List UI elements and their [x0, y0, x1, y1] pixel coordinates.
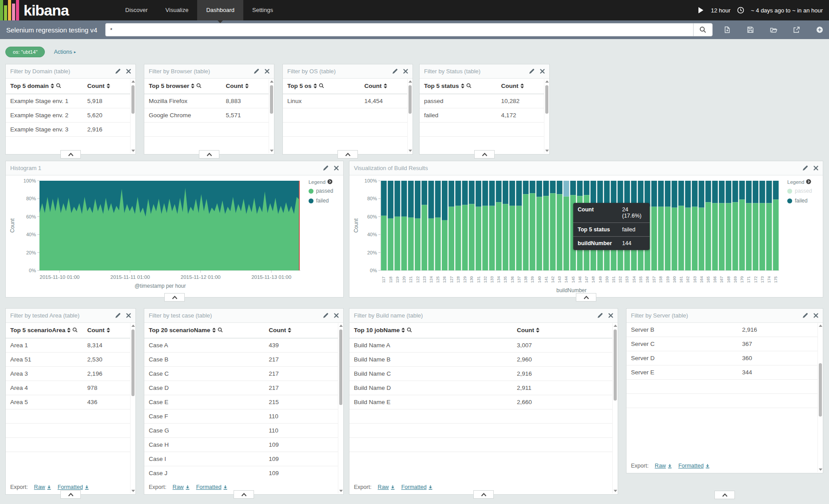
close-panel-icon[interactable]	[813, 166, 818, 171]
count-cell[interactable]: 217	[264, 381, 338, 395]
table-row[interactable]: Area 5436	[6, 395, 130, 409]
label-cell[interactable]: Area 5	[6, 395, 83, 409]
label-cell[interactable]: Example Stage env. 1	[6, 94, 83, 108]
label-cell[interactable]: Example Stage env. 3	[6, 123, 83, 137]
table-row[interactable]: Area 4978	[6, 381, 130, 395]
label-cell[interactable]: Build Name D	[349, 381, 512, 395]
column-header-term[interactable]: Top 20 scenarioName	[144, 323, 264, 338]
label-cell[interactable]: passed	[420, 94, 497, 108]
count-cell[interactable]: 436	[83, 395, 130, 409]
column-header-count[interactable]: Count	[360, 79, 407, 94]
collapse-chevron-button[interactable]	[473, 490, 494, 499]
count-cell[interactable]: 217	[264, 367, 338, 381]
tab-settings[interactable]: Settings	[243, 0, 282, 20]
edit-panel-icon[interactable]	[529, 68, 535, 74]
count-cell[interactable]: 360	[738, 351, 817, 365]
label-cell[interactable]: Area 1	[6, 338, 83, 353]
legend-item-passed[interactable]: passed	[787, 188, 821, 194]
column-header-term[interactable]: Top 5 browser	[144, 79, 222, 94]
scrollbar[interactable]	[544, 79, 549, 153]
count-cell[interactable]: 109	[264, 452, 338, 466]
new-dashboard-button[interactable]	[722, 25, 732, 35]
column-header-term[interactable]: Top 5 domain	[6, 79, 83, 94]
label-cell[interactable]: Case J	[144, 466, 264, 480]
count-cell[interactable]: 439	[264, 338, 338, 353]
sort-icon[interactable]	[288, 327, 291, 334]
table-row[interactable]: Server C367	[627, 337, 817, 351]
table-row[interactable]: Case C217	[144, 367, 338, 381]
edit-panel-icon[interactable]	[597, 313, 603, 318]
column-search-icon[interactable]	[466, 83, 472, 90]
label-cell[interactable]: Server C	[627, 337, 738, 351]
close-panel-icon[interactable]	[126, 69, 131, 74]
scrollbar[interactable]	[338, 323, 343, 493]
table-row[interactable]: Build Name D2,911	[349, 381, 612, 395]
count-cell[interactable]: 978	[83, 381, 130, 395]
column-header-term[interactable]: Top 5 scenarioArea	[6, 323, 83, 338]
table-row[interactable]: Build Name E2,660	[349, 395, 612, 409]
edit-panel-icon[interactable]	[254, 68, 259, 74]
collapse-chevron-button[interactable]	[199, 150, 219, 159]
count-cell[interactable]: 2,916	[83, 123, 130, 137]
table-row[interactable]: Area 18,314	[6, 338, 130, 353]
label-cell[interactable]: failed	[420, 108, 497, 123]
export-formatted-link[interactable]: Formatted	[196, 484, 228, 490]
kibana-logo[interactable]: kibana	[0, 0, 116, 20]
table-row[interactable]: Example Stage env. 25,620	[6, 108, 130, 123]
label-cell[interactable]: Area 4	[6, 381, 83, 395]
label-cell[interactable]: Case B	[144, 353, 264, 367]
label-cell[interactable]: Mozilla Firefox	[144, 94, 222, 108]
close-panel-icon[interactable]	[334, 313, 339, 318]
close-panel-icon[interactable]	[403, 69, 408, 74]
count-cell[interactable]: 8,883	[222, 94, 269, 108]
add-panel-button[interactable]	[815, 25, 825, 35]
count-cell[interactable]: 2,530	[83, 353, 130, 367]
sort-icon[interactable]	[245, 83, 249, 90]
count-cell[interactable]: 10,282	[497, 94, 544, 108]
table-row[interactable]: Build Name C2,916	[349, 367, 612, 381]
edit-panel-icon[interactable]	[323, 313, 329, 318]
scrollbar[interactable]	[130, 79, 135, 153]
column-header-count[interactable]: Count	[83, 323, 130, 338]
collapse-chevron-button[interactable]	[60, 150, 81, 159]
label-cell[interactable]: Build Name A	[349, 338, 512, 353]
table-row[interactable]: Case F110	[144, 409, 338, 424]
column-search-icon[interactable]	[218, 327, 223, 334]
export-raw-link[interactable]: Raw	[173, 484, 190, 490]
export-raw-link[interactable]: Raw	[34, 484, 52, 490]
bar-chart-plot[interactable]: 0%20%40%60%80%100%1171181191201211221231…	[360, 178, 783, 286]
table-row[interactable]: Case D217	[144, 381, 338, 395]
query-input[interactable]	[105, 23, 693, 36]
collapse-chevron-button[interactable]	[234, 490, 254, 499]
count-cell[interactable]: 2,916	[512, 367, 612, 381]
column-header-count[interactable]: Count	[83, 79, 130, 94]
count-cell[interactable]: 215	[264, 395, 338, 409]
label-cell[interactable]: Example Stage env. 2	[6, 108, 83, 123]
column-header-count[interactable]: Count	[264, 323, 338, 338]
sort-icon[interactable]	[107, 83, 110, 90]
sort-icon[interactable]	[313, 83, 317, 90]
table-row[interactable]: Case E215	[144, 395, 338, 409]
collapse-chevron-button[interactable]	[164, 293, 185, 302]
label-cell[interactable]: Server D	[627, 351, 738, 365]
edit-panel-icon[interactable]	[323, 165, 329, 171]
clock-icon[interactable]	[736, 5, 746, 15]
table-row[interactable]: failed4,172	[420, 108, 544, 123]
refresh-interval-button[interactable]: 12 hour	[711, 7, 730, 14]
label-cell[interactable]: Build Name C	[349, 367, 512, 381]
sort-icon[interactable]	[536, 327, 539, 334]
open-dashboard-button[interactable]	[769, 25, 778, 35]
filter-actions-button[interactable]: Actions ▸	[54, 49, 76, 55]
scrollbar[interactable]	[407, 79, 412, 153]
scrollbar[interactable]	[612, 323, 617, 493]
count-cell[interactable]: 2,196	[83, 367, 130, 381]
table-row[interactable]: Case I109	[144, 452, 338, 466]
sort-icon[interactable]	[384, 83, 387, 90]
filter-pill-os[interactable]: os: "ubt14"	[5, 47, 45, 57]
table-row[interactable]: Mozilla Firefox8,883	[144, 94, 269, 108]
sort-icon[interactable]	[191, 83, 194, 90]
column-header-count[interactable]: Count	[512, 323, 612, 338]
count-cell[interactable]: 5,571	[222, 108, 269, 123]
count-cell[interactable]: 109	[264, 466, 338, 480]
column-header-term[interactable]: Top 10 jobName	[349, 323, 512, 338]
